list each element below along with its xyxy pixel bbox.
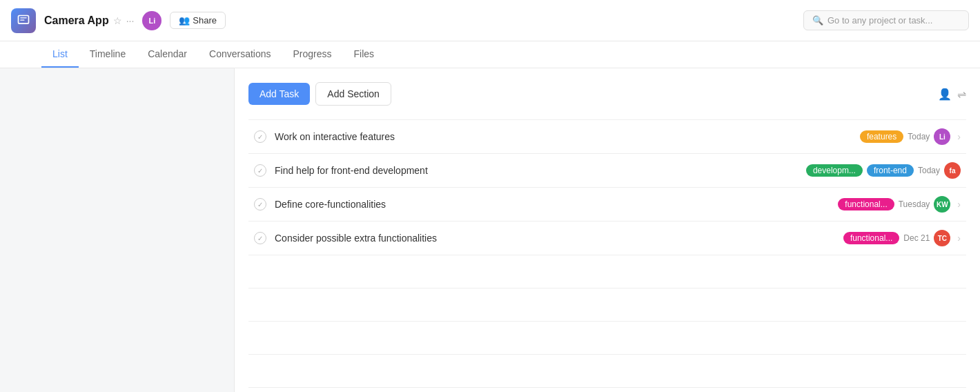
task-name: Define core-functionalities [275,199,838,210]
tag-functional: functional... [838,198,894,210]
task-checkbox[interactable]: ✓ [254,232,266,244]
app-title: Camera App [44,14,109,27]
chevron-right-icon: › [957,199,961,210]
task-checkbox[interactable]: ✓ [254,198,266,210]
avatar: Li [934,128,950,145]
tab-progress[interactable]: Progress [282,41,343,68]
due-date: Today [918,166,940,175]
empty-row [248,322,966,355]
app-icon [11,8,36,33]
task-name: Consider possible extra functionalities [275,233,843,244]
header-avatar: Li [142,11,161,30]
chevron-right-icon: › [957,131,961,142]
empty-row [248,355,966,388]
more-icon[interactable]: ··· [126,15,135,26]
content-area: Add Task Add Section 👤 ⇌ ✓ Work on inter… [235,68,980,392]
tab-calendar[interactable]: Calendar [137,41,198,68]
table-row[interactable]: ✓ Define core-functionalities functional… [248,188,966,222]
share-button[interactable]: 👥 Share [170,12,226,29]
tag-frontend: front-end [867,164,914,177]
avatar: fa [944,162,961,179]
toolbar-actions: 👤 ⇌ [938,88,966,101]
tag-functional: functional... [843,232,899,244]
main-area: Add Task Add Section 👤 ⇌ ✓ Work on inter… [0,68,980,392]
tab-conversations[interactable]: Conversations [198,41,282,68]
task-meta: functional... Dec 21 TC › [843,230,961,246]
avatar: TC [934,230,950,246]
table-row[interactable]: ✓ Work on interactive features features … [248,120,966,154]
add-task-button[interactable]: Add Task [248,83,310,105]
task-checkbox[interactable]: ✓ [254,164,266,177]
task-name: Work on interactive features [275,131,860,142]
app-header: Camera App ☆ ··· Li 👥 Share 🔍 Go to any … [0,0,980,41]
task-meta: functional... Tuesday KW › [838,196,961,213]
app-title-area: Camera App ☆ ··· [44,14,134,27]
assign-icon[interactable]: 👤 [938,88,952,101]
due-date: Tuesday [899,199,930,209]
svg-rect-0 [19,15,29,23]
tag-develop: developm... [806,164,863,177]
nav-tabs: List Timeline Calendar Conversations Pro… [0,41,980,68]
task-meta: developm... front-end Today fa [806,162,961,179]
search-bar[interactable]: 🔍 Go to any project or task... [803,10,969,30]
search-icon: 🔍 [812,15,823,26]
empty-row [248,388,966,392]
add-section-button[interactable]: Add Section [315,82,391,106]
tab-list[interactable]: List [41,41,79,68]
star-icon[interactable]: ☆ [113,15,122,26]
chevron-right-icon: › [957,233,961,244]
tab-timeline[interactable]: Timeline [79,41,137,68]
share-icon: 👥 [179,15,190,26]
empty-row [248,255,966,288]
due-date: Dec 21 [903,233,930,243]
avatar: KW [934,196,950,213]
empty-row [248,288,966,322]
filter-icon[interactable]: ⇌ [957,88,966,101]
tag-features: features [860,130,903,143]
task-name: Find help for front-end development [275,165,806,176]
table-row[interactable]: ✓ Find help for front-end development de… [248,154,966,188]
task-checkbox[interactable]: ✓ [254,130,266,143]
task-meta: features Today Li › [860,128,961,145]
table-row[interactable]: ✓ Consider possible extra functionalitie… [248,222,966,255]
toolbar: Add Task Add Section 👤 ⇌ [248,82,966,106]
due-date: Today [908,132,930,141]
task-list: ✓ Work on interactive features features … [248,119,966,392]
tab-files[interactable]: Files [343,41,386,68]
sidebar [0,68,235,392]
